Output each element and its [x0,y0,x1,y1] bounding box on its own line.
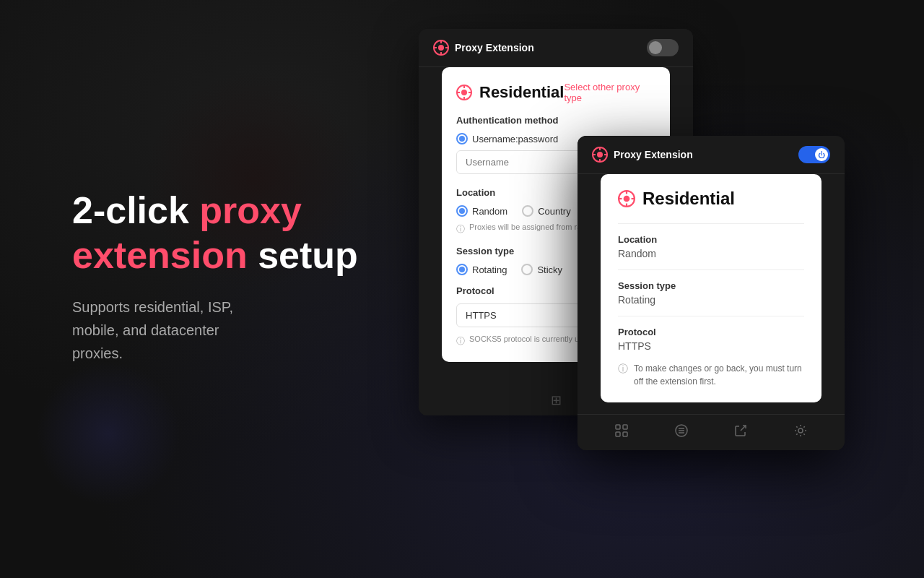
proxy-fg-logo-icon [592,147,608,163]
popup-bg-title: Proxy Extension [455,42,534,53]
auth-method-label: Authentication method [456,115,655,126]
proxy-logo-icon [433,40,449,56]
divider-1 [618,223,804,224]
hero-title-newline: extension [72,234,248,276]
popup-bg-card-header: Residential Select other proxy type [456,82,655,103]
popup-foreground: Proxy Extension ⏻ Residential [578,136,845,450]
hero-title-part2: setup [248,234,358,276]
residential-fg-icon [618,190,635,207]
fg-session-value: Rotating [618,294,804,306]
fg-protocol-label: Protocol [618,327,804,337]
popup-fg-bottom-bar [578,414,845,450]
location-info-text: Proxies will be assigned from ra... [469,223,588,231]
fg-session-label: Session type [618,280,804,291]
popup-bg-toggle[interactable] [647,39,679,56]
svg-point-13 [597,152,603,158]
fg-protocol-value: HTTPS [618,340,804,352]
popup-fg-title: Proxy Extension [614,149,693,160]
popup-fg-toggle[interactable]: ⏻ [798,146,830,163]
popup-fg-residential-title-row: Residential [618,189,804,209]
svg-line-32 [741,426,746,431]
location-country-radio [522,205,533,217]
fg-list-icon[interactable] [674,423,689,441]
fg-external-icon[interactable] [733,423,748,441]
fg-grid-icon[interactable] [614,423,629,441]
warning-info-icon: ⓘ [618,363,628,376]
popup-bg-header: Proxy Extension [419,29,693,67]
warning-box: ⓘ To make changes or go back, you must t… [618,362,804,388]
svg-point-1 [438,45,444,51]
auth-username-password[interactable]: Username:password [456,133,558,144]
svg-rect-26 [616,432,620,436]
hero-subtitle: Supports residential, ISP,mobile, and da… [72,296,419,365]
select-other-proxy-link[interactable]: Select other proxy type [564,82,655,103]
session-sticky-option[interactable]: Sticky [521,264,562,275]
popup-fg-residential-label: Residential [642,189,735,209]
svg-rect-27 [623,432,627,436]
fg-location-label: Location [618,234,804,245]
hero-title: 2-click proxyextension setup [72,188,419,278]
popup-bg-title-row: Residential [456,83,564,102]
popup-fg-header-left: Proxy Extension [592,147,693,163]
hero-title-highlight: proxy [199,189,302,231]
session-rotating-radio [456,264,468,275]
power-icon: ⏻ [818,151,825,159]
popup-bg-header-left: Proxy Extension [433,40,534,56]
auth-username-label: Username:password [472,134,558,144]
session-rotating-option[interactable]: Rotating [456,264,507,275]
session-type-section: Session type Rotating [618,280,804,306]
residential-icon [456,85,472,100]
bottom-grid-icon[interactable]: ⊞ [551,392,562,408]
popup-fg-header: Proxy Extension ⏻ [578,136,845,174]
bg-shape-1 [36,361,180,506]
auth-radio-selected [456,133,468,144]
protocol-info-text: SOCKS5 protocol is currently un... [469,335,590,343]
fg-settings-icon[interactable] [793,423,808,441]
session-sticky-radio [521,264,533,275]
popup-fg-card: Residential Location Random Session type… [601,174,821,402]
location-random-radio [456,205,468,217]
svg-point-7 [461,90,467,95]
hero-section: 2-click proxyextension setup Supports re… [72,188,419,365]
svg-point-19 [624,196,630,202]
session-sticky-label: Sticky [537,264,562,275]
location-country-label: Country [538,206,571,217]
info-icon: ⓘ [456,223,465,236]
fg-location-value: Random [618,248,804,259]
session-rotating-label: Rotating [472,264,507,275]
hero-title-part1: 2-click [72,189,199,231]
svg-rect-25 [623,425,627,429]
divider-3 [618,316,804,316]
location-country-option[interactable]: Country [522,205,571,217]
popup-bg-residential-title: Residential [479,83,564,102]
power-circle: ⏻ [815,148,828,161]
location-section: Location Random [618,234,804,259]
location-random-option[interactable]: Random [456,205,507,217]
warning-text: To make changes or go back, you must tur… [634,362,804,388]
protocol-section: Protocol HTTPS [618,327,804,352]
location-random-label: Random [472,206,507,217]
protocol-info-icon: ⓘ [456,335,465,348]
divider-2 [618,269,804,270]
svg-rect-24 [616,425,620,429]
svg-point-33 [798,428,803,433]
